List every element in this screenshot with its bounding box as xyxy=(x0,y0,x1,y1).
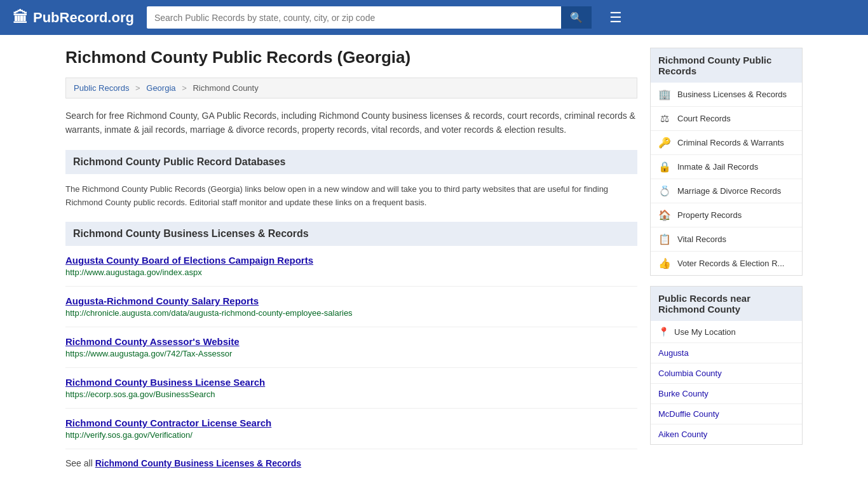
voter-icon: 👍 xyxy=(658,257,671,269)
breadcrumb-public-records[interactable]: Public Records xyxy=(74,83,129,93)
sidebar-item-vital[interactable]: 📋 Vital Records xyxy=(651,227,802,252)
content-area: Richmond County Public Records (Georgia)… xyxy=(65,48,637,468)
sidebar-label-business: Business Licenses & Records xyxy=(677,90,787,99)
see-all-link[interactable]: Richmond County Business Licenses & Reco… xyxy=(95,458,301,468)
see-all-prefix: See all xyxy=(65,458,95,468)
vital-icon: 📋 xyxy=(658,233,671,245)
location-pin-icon: 📍 xyxy=(658,327,669,337)
record-item-0: Augusta County Board of Elections Campai… xyxy=(65,255,637,287)
inmate-icon: 🔒 xyxy=(658,161,671,173)
county-records-title: Richmond County Public Records xyxy=(651,48,802,83)
search-button[interactable]: 🔍 xyxy=(561,6,592,29)
record-link-2[interactable]: Richmond County Assessor's Website xyxy=(65,336,637,347)
sidebar-label-court: Court Records xyxy=(677,114,731,123)
record-url-1: http://chronicle.augusta.com/data/august… xyxy=(65,308,353,318)
sidebar-item-voter[interactable]: 👍 Voter Records & Election R... xyxy=(651,252,802,275)
page-title: Richmond County Public Records (Georgia) xyxy=(65,48,637,67)
record-url-2: https://www.augustaga.gov/742/Tax-Assess… xyxy=(65,349,232,358)
sidebar-label-marriage: Marriage & Divorce Records xyxy=(677,186,781,196)
sidebar-item-inmate[interactable]: 🔒 Inmate & Jail Records xyxy=(651,155,802,179)
breadcrumb-sep-1: > xyxy=(135,83,142,93)
court-icon: ⚖ xyxy=(658,112,671,125)
criminal-icon: 🔑 xyxy=(658,137,671,149)
sidebar-item-business[interactable]: 🏢 Business Licenses & Records xyxy=(651,83,802,107)
record-item-4: Richmond County Contractor License Searc… xyxy=(65,417,637,449)
logo-icon: 🏛 xyxy=(13,9,28,27)
record-link-4[interactable]: Richmond County Contractor License Searc… xyxy=(65,417,637,428)
search-area: 🔍 xyxy=(147,6,592,29)
use-location-button[interactable]: 📍 Use My Location xyxy=(651,321,802,343)
site-logo[interactable]: 🏛 PubRecord.org xyxy=(13,9,134,27)
nearby-box: Public Records near Richmond County 📍 Us… xyxy=(650,286,803,445)
main-container: Richmond County Public Records (Georgia)… xyxy=(53,35,815,481)
record-link-1[interactable]: Augusta-Richmond County Salary Reports xyxy=(65,295,637,306)
business-icon: 🏢 xyxy=(658,88,671,100)
record-url-4: http://verify.sos.ga.gov/Verification/ xyxy=(65,430,193,440)
property-icon: 🏠 xyxy=(658,209,671,221)
search-icon: 🔍 xyxy=(570,12,583,23)
sidebar-label-inmate: Inmate & Jail Records xyxy=(677,162,758,172)
nearby-title: Public Records near Richmond County xyxy=(651,287,802,321)
record-url-0: http://www.augustaga.gov/index.aspx xyxy=(65,268,202,277)
site-header: 🏛 PubRecord.org 🔍 ☰ xyxy=(0,0,868,35)
sidebar-label-criminal: Criminal Records & Warrants xyxy=(677,138,784,147)
sidebar: Richmond County Public Records 🏢 Busines… xyxy=(650,48,803,468)
sidebar-item-property[interactable]: 🏠 Property Records xyxy=(651,203,802,227)
use-location-label: Use My Location xyxy=(674,327,736,337)
sidebar-item-marriage[interactable]: 💍 Marriage & Divorce Records xyxy=(651,179,802,203)
marriage-icon: 💍 xyxy=(658,185,671,197)
sidebar-label-vital: Vital Records xyxy=(677,234,726,244)
record-item-2: Richmond County Assessor's Website https… xyxy=(65,336,637,368)
breadcrumb-sep-2: > xyxy=(182,83,189,93)
databases-description: The Richmond County Public Records (Geor… xyxy=(65,183,637,210)
see-all-area: See all Richmond County Business License… xyxy=(65,458,637,468)
sidebar-item-court[interactable]: ⚖ Court Records xyxy=(651,107,802,131)
record-link-3[interactable]: Richmond County Business License Search xyxy=(65,377,637,388)
menu-button[interactable]: ☰ xyxy=(609,10,622,26)
record-item-1: Augusta-Richmond County Salary Reports h… xyxy=(65,295,637,327)
breadcrumb: Public Records > Georgia > Richmond Coun… xyxy=(65,78,637,98)
record-url-3: https://ecorp.sos.ga.gov/BusinessSearch xyxy=(65,390,215,399)
breadcrumb-current: Richmond County xyxy=(193,83,258,93)
record-item-3: Richmond County Business License Search … xyxy=(65,377,637,409)
nearby-link-columbia[interactable]: Columbia County xyxy=(651,363,802,384)
breadcrumb-georgia[interactable]: Georgia xyxy=(146,83,175,93)
record-link-0[interactable]: Augusta County Board of Elections Campai… xyxy=(65,255,637,266)
sidebar-label-voter: Voter Records & Election R... xyxy=(677,259,784,268)
nearby-link-burke[interactable]: Burke County xyxy=(651,384,802,404)
logo-text: PubRecord.org xyxy=(33,10,134,26)
page-description: Search for free Richmond County, GA Publ… xyxy=(65,109,637,137)
hamburger-icon: ☰ xyxy=(609,10,622,25)
sidebar-item-criminal[interactable]: 🔑 Criminal Records & Warrants xyxy=(651,131,802,155)
sidebar-label-property: Property Records xyxy=(677,210,742,220)
county-records-box: Richmond County Public Records 🏢 Busines… xyxy=(650,48,803,276)
nearby-link-mcduffie[interactable]: McDuffie County xyxy=(651,404,802,424)
search-input[interactable] xyxy=(147,6,561,29)
nearby-link-aiken[interactable]: Aiken County xyxy=(651,424,802,444)
business-section-header: Richmond County Business Licenses & Reco… xyxy=(65,222,637,246)
databases-section-header: Richmond County Public Record Databases xyxy=(65,150,637,174)
nearby-link-augusta[interactable]: Augusta xyxy=(651,343,802,363)
